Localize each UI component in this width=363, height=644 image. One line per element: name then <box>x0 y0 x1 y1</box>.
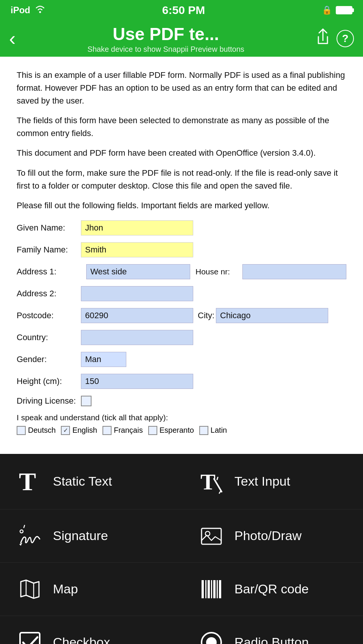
country-row: Country: <box>17 330 346 345</box>
svg-line-4 <box>217 477 218 480</box>
gender-row: Gender: Man Woman Other <box>17 352 346 367</box>
toolbar-radio-button[interactable]: Radio Button <box>182 616 363 644</box>
toolbar-barqr[interactable]: Bar/QR code <box>182 563 363 616</box>
nav-actions: ? <box>316 28 354 49</box>
checkbox-icon <box>17 630 43 644</box>
svg-point-0 <box>39 11 41 13</box>
postcode-city-row: Postcode: City: <box>17 308 346 323</box>
nav-title: Use PDF te... <box>16 24 316 44</box>
signature-label: Signature <box>53 528 108 543</box>
barqr-icon <box>198 577 225 601</box>
wifi-icon <box>35 5 45 15</box>
radio-button-icon <box>198 630 225 644</box>
address1-row: Address 1: House nr: <box>17 264 346 279</box>
gender-label: Gender: <box>17 355 81 364</box>
city-input[interactable] <box>216 308 328 323</box>
toolbar-map[interactable]: Map <box>0 563 182 616</box>
address2-row: Address 2: <box>17 286 346 301</box>
lang-latin: Latin <box>199 426 227 435</box>
given-name-input[interactable] <box>81 220 193 235</box>
language-checkboxes: Deutsch English Français Esperanto Latin <box>17 426 346 435</box>
toolbar-static-text[interactable]: T Static Text <box>0 454 182 509</box>
text-input-icon: T <box>198 468 225 495</box>
height-label: Height (cm): <box>17 376 81 386</box>
driving-license-checkbox[interactable] <box>81 396 92 406</box>
given-name-row: Given Name: <box>17 220 346 235</box>
checkbox-label: Checkbox <box>53 635 110 644</box>
address1-input[interactable] <box>86 264 190 279</box>
deutsch-label: Deutsch <box>28 426 56 435</box>
bottom-toolbar: T Static Text T Text Input <box>0 454 363 644</box>
svg-rect-11 <box>202 580 204 598</box>
height-row: Height (cm): <box>17 374 346 389</box>
nav-title-block: Use PDF te... Shake device to show Snapp… <box>16 24 316 54</box>
lang-francais: Français <box>102 426 143 435</box>
svg-rect-13 <box>208 580 210 598</box>
driving-license-row: Driving License: <box>17 396 346 406</box>
barqr-label: Bar/QR code <box>234 582 309 596</box>
map-label: Map <box>53 582 78 596</box>
help-button[interactable]: ? <box>337 30 354 47</box>
speak-section: I speak and understand (tick all that ap… <box>17 413 346 435</box>
static-text-icon: T <box>17 468 43 495</box>
postcode-input[interactable] <box>81 308 193 323</box>
svg-rect-15 <box>213 580 216 598</box>
svg-rect-14 <box>211 580 212 598</box>
photo-draw-icon <box>198 524 225 548</box>
given-name-label: Given Name: <box>17 223 81 233</box>
svg-line-5 <box>219 491 221 493</box>
svg-point-6 <box>20 530 23 533</box>
city-label: City: <box>193 311 216 320</box>
static-text-label: Static Text <box>53 474 112 489</box>
toolbar-photo-draw[interactable]: Photo/Draw <box>182 509 363 563</box>
svg-rect-12 <box>205 580 206 598</box>
signature-icon <box>17 524 43 548</box>
share-button[interactable] <box>316 28 330 49</box>
time-display: 6:50 PM <box>162 4 205 17</box>
lang-deutsch: Deutsch <box>17 426 56 435</box>
esperanto-checkbox[interactable] <box>148 426 157 435</box>
speak-label: I speak and understand (tick all that ap… <box>17 413 346 422</box>
latin-checkbox[interactable] <box>199 426 208 435</box>
svg-text:T: T <box>200 469 216 494</box>
latin-label: Latin <box>211 426 227 435</box>
country-label: Country: <box>17 333 81 342</box>
francais-checkbox[interactable] <box>102 426 112 435</box>
house-nr-input[interactable] <box>242 264 346 279</box>
address2-label: Address 2: <box>17 289 81 299</box>
deutsch-checkbox[interactable] <box>17 426 26 435</box>
back-button[interactable]: ‹ <box>9 29 16 48</box>
lang-english: English <box>61 426 97 435</box>
gender-select[interactable]: Man Woman Other <box>81 352 126 367</box>
toolbar-signature[interactable]: Signature <box>0 509 182 563</box>
english-checkbox[interactable] <box>61 426 70 435</box>
francais-label: Français <box>114 426 143 435</box>
english-label: English <box>72 426 97 435</box>
nav-subtitle: Shake device to show Snappii Preview but… <box>16 45 316 54</box>
address2-input[interactable] <box>81 286 193 301</box>
postcode-label: Postcode: <box>17 311 81 320</box>
intro-p3: This document and PDF form have been cre… <box>17 147 346 159</box>
radio-button-label: Radio Button <box>234 635 309 644</box>
svg-point-20 <box>206 637 217 644</box>
pdf-content: This is an example of a user fillable PD… <box>0 57 363 454</box>
esperanto-label: Esperanto <box>160 426 194 435</box>
toolbar-grid: T Static Text T Text Input <box>0 454 363 644</box>
intro-p2: The fields of this form have been select… <box>17 114 346 140</box>
map-icon <box>17 577 43 601</box>
svg-text:T: T <box>19 468 36 495</box>
country-input[interactable] <box>81 330 193 345</box>
driving-license-label: Driving License: <box>17 396 81 406</box>
form-section: Given Name: Family Name: Address 1: Hous… <box>17 220 346 435</box>
svg-point-8 <box>205 531 210 536</box>
carrier-label: iPod <box>11 5 30 15</box>
status-right: 🔒 <box>322 5 352 15</box>
intro-p1: This is an example of a user fillable PD… <box>17 69 346 107</box>
height-input[interactable] <box>81 374 193 389</box>
family-name-input[interactable] <box>81 242 193 257</box>
toolbar-text-input[interactable]: T Text Input <box>182 454 363 509</box>
toolbar-checkbox[interactable]: Checkbox <box>0 616 182 644</box>
lang-esperanto: Esperanto <box>148 426 194 435</box>
house-nr-label: House nr: <box>195 267 237 276</box>
family-name-row: Family Name: <box>17 242 346 257</box>
